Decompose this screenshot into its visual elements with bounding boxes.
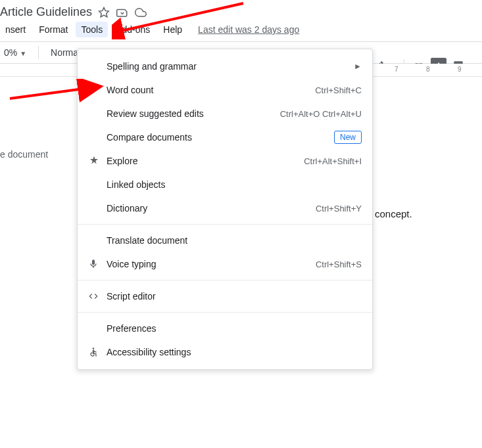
ruler-tick: 8 <box>426 66 430 73</box>
menu-separator <box>78 312 372 313</box>
explore-icon <box>88 155 107 167</box>
menu-separator <box>78 280 372 280</box>
menu-voice-typing[interactable]: Voice typing Ctrl+Shift+S <box>78 252 372 276</box>
menu-accessibility[interactable]: Accessibility settings <box>78 340 372 364</box>
menu-insert[interactable]: nsert <box>0 22 31 37</box>
menubar: nsert Format Tools Add-ons Help Last edi… <box>0 22 482 41</box>
document-body[interactable]: concept. <box>375 208 412 219</box>
menu-translate[interactable]: Translate document <box>78 229 372 252</box>
ruler-tick: 7 <box>395 66 398 73</box>
document-title[interactable]: Article Guidelines <box>0 5 92 19</box>
zoom-select[interactable]: 0% ▼ <box>0 47 30 58</box>
move-icon[interactable] <box>116 6 129 19</box>
menu-script-editor[interactable]: Script editor <box>78 284 372 308</box>
menu-explore[interactable]: Explore Ctrl+Alt+Shift+I <box>78 149 372 173</box>
star-icon[interactable] <box>97 6 110 19</box>
menu-separator <box>78 224 372 225</box>
svg-point-1 <box>93 347 95 349</box>
new-badge: New <box>334 131 362 144</box>
menu-preferences[interactable]: Preferences <box>78 317 372 340</box>
submenu-arrow-icon: ► <box>354 62 362 71</box>
separator <box>38 46 39 59</box>
menu-word-count[interactable]: Word count Ctrl+Shift+C <box>78 78 372 102</box>
menu-dictionary[interactable]: Dictionary Ctrl+Shift+Y <box>78 196 372 220</box>
menu-review-edits[interactable]: Review suggested edits Ctrl+Alt+O Ctrl+A… <box>78 102 372 125</box>
last-edit-link[interactable]: Last edit was 2 days ago <box>198 24 299 35</box>
titlebar: Article Guidelines <box>0 0 482 22</box>
tools-dropdown: Spelling and grammar ► Word count Ctrl+S… <box>77 49 373 370</box>
menu-tools[interactable]: Tools <box>76 22 108 37</box>
svg-marker-0 <box>99 7 109 16</box>
outline-label: e document <box>0 149 48 160</box>
cloud-icon[interactable] <box>134 6 147 19</box>
menu-addons[interactable]: Add-ons <box>110 22 155 37</box>
menu-compare-docs[interactable]: Compare documents New <box>78 125 372 149</box>
menu-spelling-grammar[interactable]: Spelling and grammar ► <box>78 55 372 78</box>
code-icon <box>88 291 107 302</box>
menu-format[interactable]: Format <box>34 22 73 37</box>
ruler-tick: 9 <box>458 66 462 73</box>
mic-icon <box>88 259 107 269</box>
menu-help[interactable]: Help <box>158 22 187 37</box>
menu-linked-objects[interactable]: Linked objects <box>78 173 372 196</box>
accessibility-icon <box>88 347 107 357</box>
